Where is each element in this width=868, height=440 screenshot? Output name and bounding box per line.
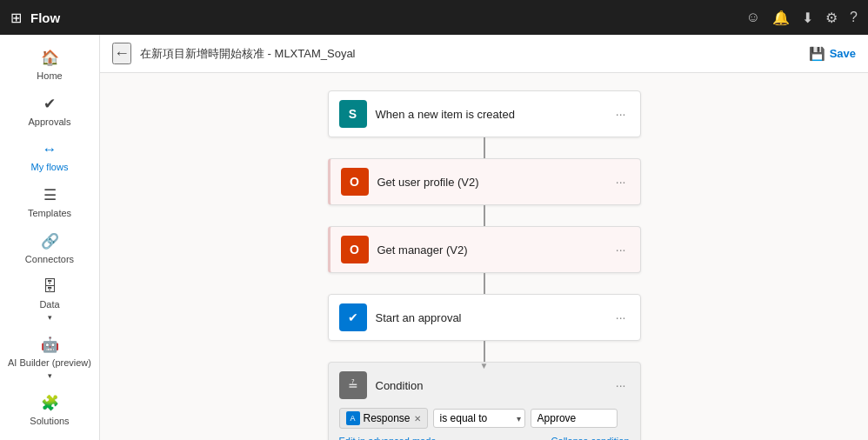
step-trigger-menu[interactable]: ··· (612, 105, 630, 123)
help-icon[interactable]: ? (850, 10, 858, 25)
main-layout: 🏠 Home ✔ Approvals ↔ My flows ☰ Template… (0, 35, 868, 440)
connector-3 (484, 273, 485, 294)
condition-label: Condition (376, 379, 604, 392)
sidebar-item-label: Approvals (29, 117, 71, 127)
step-start-approval: ✔ Start an approval ··· (328, 294, 641, 341)
condition-header: ≟ Condition ··· (339, 371, 630, 399)
condition-tag-close[interactable]: ✕ (414, 414, 421, 423)
templates-icon: ☰ (43, 186, 57, 204)
step-user-label: Get user profile (V2) (377, 176, 604, 189)
sidebar-item-ai-builder[interactable]: 🤖 AI Builder (preview) ▾ (0, 329, 99, 387)
sidebar-item-label: My flows (31, 162, 69, 172)
step-trigger-label: When a new item is created (376, 108, 604, 121)
step-user-menu[interactable]: ··· (612, 173, 630, 190)
myflows-icon: ↔ (43, 141, 57, 158)
content-area: ← 在新項目新增時開始核准 - MLXTAM_Soyal 💾 Save S Wh… (100, 35, 868, 440)
emoji-icon[interactable]: ☺ (746, 10, 760, 25)
sidebar-item-label: Data (39, 299, 59, 310)
settings-icon[interactable]: ⚙ (825, 10, 838, 26)
condition-tag: A Response ✕ (339, 408, 428, 429)
step-get-user-profile: O Get user profile (V2) ··· (328, 158, 641, 205)
approvals-icon: ✔ (43, 95, 56, 113)
condition-operator-wrapper: is equal to is not equal to contains (433, 409, 525, 428)
download-icon[interactable]: ⬇ (802, 10, 813, 26)
sidebar-item-myflows[interactable]: ↔ My flows (0, 134, 99, 179)
solutions-icon: 🧩 (41, 394, 59, 412)
step-trigger-icon: S (339, 100, 367, 128)
condition-icon: ≟ (339, 371, 367, 399)
condition-footer: Edit in advanced mode Collapse condition (339, 436, 630, 440)
app-title: Flow (30, 10, 60, 25)
step-manager-icon: O (341, 236, 369, 263)
condition-value-input[interactable] (531, 409, 618, 428)
sidebar: 🏠 Home ✔ Approvals ↔ My flows ☰ Template… (0, 35, 100, 440)
grid-icon[interactable]: ⊞ (10, 10, 22, 26)
flow-steps-wrapper: S When a new item is created ··· O Get u… (126, 90, 842, 440)
condition-operator-select[interactable]: is equal to is not equal to contains (433, 409, 525, 428)
sidebar-item-connectors[interactable]: 🔗 Connectors (0, 225, 99, 271)
step-get-manager: O Get manager (V2) ··· (328, 226, 641, 273)
sidebar-item-label: Solutions (30, 416, 69, 426)
subheader: ← 在新項目新增時開始核准 - MLXTAM_Soyal 💾 Save (100, 35, 868, 73)
collapse-condition-link[interactable]: Collapse condition (551, 436, 630, 440)
step-approval-label: Start an approval (376, 311, 604, 324)
flow-canvas: S When a new item is created ··· O Get u… (100, 73, 868, 440)
data-icon: 🗄 (43, 278, 57, 296)
step-user-icon: O (341, 168, 369, 196)
sidebar-item-solutions[interactable]: 🧩 Solutions (0, 387, 99, 433)
home-icon: 🏠 (41, 49, 59, 67)
subheader-title: 在新項目新增時開始核准 - MLXTAM_Soyal (140, 46, 356, 62)
ai-expand-icon: ▾ (48, 371, 52, 380)
topbar: ⊞ Flow ☺ 🔔 ⬇ ⚙ ? (0, 0, 868, 35)
condition-step: ≟ Condition ··· A Response ✕ (328, 362, 641, 440)
sidebar-item-approvals[interactable]: ✔ Approvals (0, 88, 99, 134)
sidebar-item-label: AI Builder (preview) (8, 357, 91, 368)
condition-tag-label: Response (364, 412, 411, 424)
topbar-icons: ☺ 🔔 ⬇ ⚙ ? (746, 10, 858, 26)
condition-menu[interactable]: ··· (612, 377, 630, 394)
step-manager-label: Get manager (V2) (377, 243, 604, 257)
sidebar-item-learn[interactable]: 📖 Learn (0, 433, 99, 440)
bell-icon[interactable]: 🔔 (772, 10, 790, 26)
sidebar-item-label: Connectors (25, 254, 74, 264)
edit-advanced-link[interactable]: Edit in advanced mode (339, 436, 437, 440)
connectors-icon: 🔗 (41, 232, 59, 250)
connector-4 (484, 341, 485, 362)
back-button[interactable]: ← (112, 43, 131, 64)
save-icon: 💾 (809, 46, 825, 62)
sidebar-item-label: Templates (28, 208, 71, 218)
ai-builder-icon: 🤖 (41, 336, 59, 354)
data-expand-icon: ▾ (48, 313, 52, 322)
save-label: Save (830, 47, 856, 60)
condition-body: A Response ✕ is equal to is not equal to… (339, 408, 630, 429)
sidebar-item-data[interactable]: 🗄 Data ▾ (0, 271, 99, 329)
connector-1 (484, 137, 485, 158)
connector-2 (484, 205, 485, 226)
sidebar-item-label: Home (37, 70, 62, 81)
sidebar-item-home[interactable]: 🏠 Home (0, 42, 99, 88)
save-button[interactable]: 💾 Save (809, 46, 856, 62)
tag-icon: A (346, 411, 360, 425)
sidebar-item-templates[interactable]: ☰ Templates (0, 179, 99, 225)
step-manager-menu[interactable]: ··· (612, 241, 630, 258)
step-approval-menu[interactable]: ··· (612, 309, 630, 326)
step-trigger: S When a new item is created ··· (328, 90, 641, 137)
step-approval-icon: ✔ (339, 303, 367, 331)
